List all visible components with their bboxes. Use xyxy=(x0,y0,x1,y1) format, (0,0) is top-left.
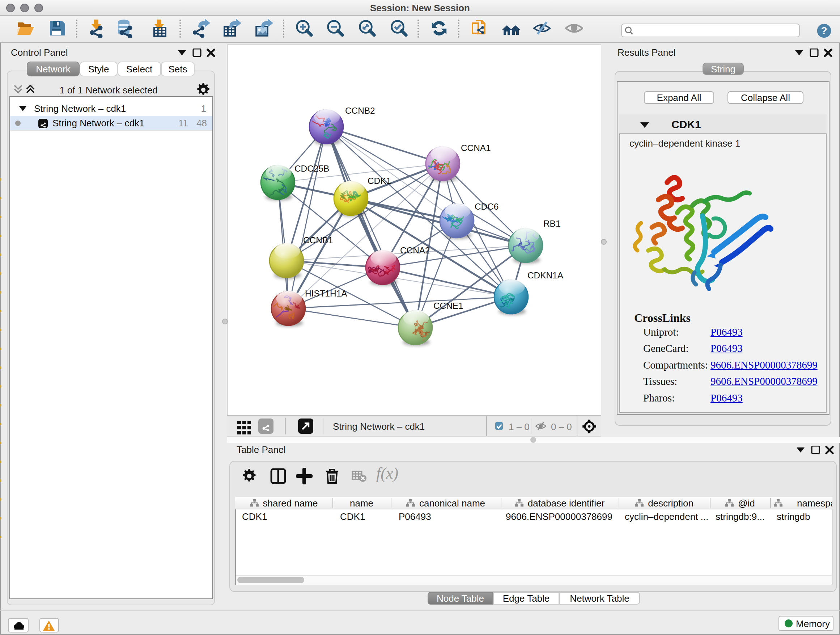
svg-text:CCNA2: CCNA2 xyxy=(400,245,430,255)
svg-text:CDC25B: CDC25B xyxy=(294,164,329,173)
svg-text:?: ? xyxy=(821,25,827,36)
svg-text:CCNB2: CCNB2 xyxy=(345,106,375,116)
svg-text:CCNE1: CCNE1 xyxy=(433,301,463,310)
svg-text:CCNB1: CCNB1 xyxy=(303,235,333,245)
svg-text:HIST1H1A: HIST1H1A xyxy=(305,288,347,298)
svg-text:RB1: RB1 xyxy=(543,219,561,228)
svg-text:CCNA1: CCNA1 xyxy=(461,143,491,153)
svg-text:CDC6: CDC6 xyxy=(475,202,499,211)
svg-text:CDKN1A: CDKN1A xyxy=(527,271,564,280)
svg-text:CDK1: CDK1 xyxy=(368,176,391,186)
